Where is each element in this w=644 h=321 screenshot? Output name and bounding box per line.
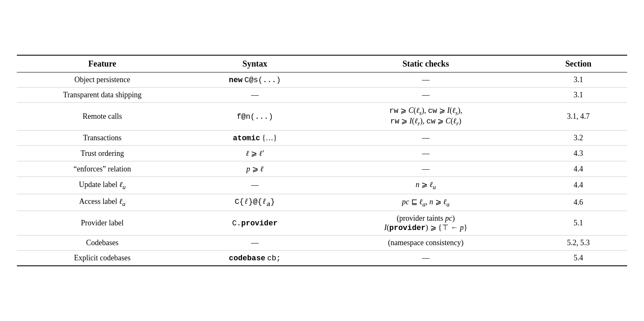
cell-syntax: f@n(...)	[188, 102, 322, 130]
cell-syntax: ℓ ⩾ ℓ′	[188, 146, 322, 161]
cell-section: 3.2	[530, 131, 627, 146]
cell-feature: Access label ℓa	[17, 194, 188, 211]
table-row: Object persistencenew C@s(...)—3.1	[17, 72, 627, 87]
cell-section: 4.6	[530, 194, 627, 211]
cell-syntax: atomic {…}	[188, 131, 322, 146]
table-header-row: Feature Syntax Static checks Section	[17, 55, 627, 72]
table-row: Codebases—(namespace consistency)5.2, 5.…	[17, 235, 627, 251]
cell-static-checks: (namespace consistency)	[322, 235, 530, 251]
cell-syntax: codebase cb;	[188, 251, 322, 266]
cell-section: 4.4	[530, 161, 627, 177]
table-row: Provider labelC.provider(provider taints…	[17, 211, 627, 235]
cell-feature: “enforces” relation	[17, 161, 188, 177]
cell-syntax: C.provider	[188, 211, 322, 235]
cell-static-checks: pc ⊑ ℓa, n ⩾ ℓa	[322, 194, 530, 211]
features-table: Feature Syntax Static checks Section Obj…	[17, 55, 627, 266]
cell-static-checks: —	[322, 251, 530, 266]
table-row: “enforces” relationp ⩾ ℓ—4.4	[17, 161, 627, 177]
cell-feature: Codebases	[17, 235, 188, 251]
cell-section: 3.1	[530, 72, 627, 87]
cell-feature: Remote calls	[17, 102, 188, 130]
cell-static-checks: —	[322, 146, 530, 161]
cell-section: 5.4	[530, 251, 627, 266]
cell-section: 3.1, 4.7	[530, 102, 627, 130]
cell-static-checks: rw ⩾ C(ℓs), cw ⩾ I(ℓs),rw ⩾ I(ℓr), cw ⩾ …	[322, 102, 530, 130]
cell-static-checks: (provider taints pc)I(provider) ⩾ {⊤ ← p…	[322, 211, 530, 235]
table-row: Transparent data shipping——3.1	[17, 87, 627, 102]
cell-static-checks: —	[322, 161, 530, 177]
cell-static-checks: —	[322, 87, 530, 102]
header-feature: Feature	[17, 55, 188, 72]
cell-section: 4.4	[530, 177, 627, 194]
cell-feature: Provider label	[17, 211, 188, 235]
cell-static-checks: —	[322, 72, 530, 87]
cell-section: 3.1	[530, 87, 627, 102]
cell-feature: Object persistence	[17, 72, 188, 87]
cell-syntax: —	[188, 235, 322, 251]
header-syntax: Syntax	[188, 55, 322, 72]
cell-syntax: C{ℓ}@{ℓa}	[188, 194, 322, 211]
table-row: Access label ℓaC{ℓ}@{ℓa}pc ⊑ ℓa, n ⩾ ℓa4…	[17, 194, 627, 211]
cell-section: 5.1	[530, 211, 627, 235]
cell-static-checks: —	[322, 131, 530, 146]
cell-static-checks: n ⩾ ℓu	[322, 177, 530, 194]
cell-syntax: —	[188, 177, 322, 194]
cell-feature: Update label ℓu	[17, 177, 188, 194]
table-container: Feature Syntax Static checks Section Obj…	[17, 55, 627, 266]
table-row: Update label ℓu—n ⩾ ℓu4.4	[17, 177, 627, 194]
cell-section: 5.2, 5.3	[530, 235, 627, 251]
cell-feature: Explicit codebases	[17, 251, 188, 266]
cell-feature: Trust ordering	[17, 146, 188, 161]
table-row: Transactionsatomic {…}—3.2	[17, 131, 627, 146]
table-row: Trust orderingℓ ⩾ ℓ′—4.3	[17, 146, 627, 161]
header-static-checks: Static checks	[322, 55, 530, 72]
cell-feature: Transparent data shipping	[17, 87, 188, 102]
table-row: Explicit codebasescodebase cb;—5.4	[17, 251, 627, 266]
header-section: Section	[530, 55, 627, 72]
cell-syntax: p ⩾ ℓ	[188, 161, 322, 177]
cell-syntax: new C@s(...)	[188, 72, 322, 87]
cell-feature: Transactions	[17, 131, 188, 146]
cell-section: 4.3	[530, 146, 627, 161]
table-row: Remote callsf@n(...)rw ⩾ C(ℓs), cw ⩾ I(ℓ…	[17, 102, 627, 130]
cell-syntax: —	[188, 87, 322, 102]
